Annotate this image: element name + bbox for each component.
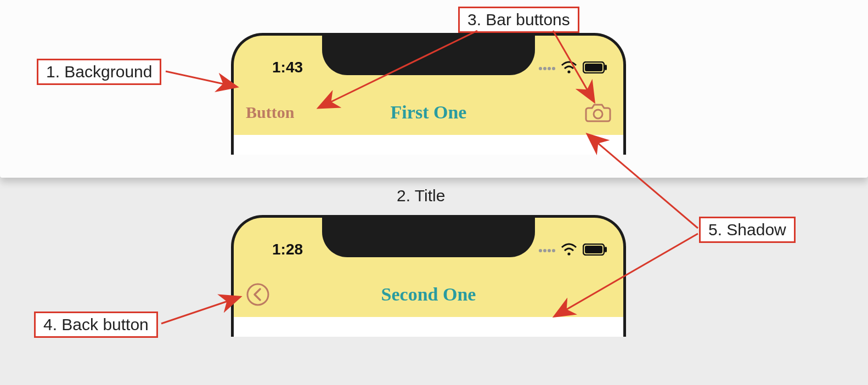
- svg-rect-3: [605, 65, 607, 70]
- wifi-icon: [561, 61, 577, 74]
- svg-rect-2: [585, 64, 602, 71]
- left-bar-button[interactable]: Button: [246, 103, 294, 122]
- signal-dots-icon: [538, 245, 555, 254]
- svg-point-0: [567, 70, 570, 73]
- status-icons: [538, 61, 608, 74]
- signal-dots-icon: [538, 63, 555, 72]
- notch: [322, 218, 535, 257]
- notch: [322, 36, 535, 75]
- svg-point-4: [594, 110, 602, 118]
- svg-line-13: [161, 297, 239, 324]
- callout-background: 1. Background: [37, 59, 161, 85]
- phone-mock-top: 1:43 Button First One: [231, 33, 626, 155]
- callout-title: 2. Title: [397, 186, 445, 205]
- nav-title: First One: [391, 102, 467, 123]
- navigation-bar: Button First One: [234, 96, 623, 129]
- status-time: 1:43: [272, 59, 303, 76]
- status-icons: [538, 243, 608, 256]
- callout-shadow: 5. Shadow: [699, 217, 796, 243]
- wifi-icon: [561, 243, 577, 256]
- callout-back-button: 4. Back button: [34, 312, 158, 338]
- svg-rect-8: [605, 247, 607, 252]
- nav-title: Second One: [381, 284, 476, 305]
- battery-icon: [583, 61, 608, 73]
- back-button-icon[interactable]: [246, 282, 270, 307]
- phone-mock-bottom: 1:28 Second One: [231, 215, 626, 337]
- content-area: [234, 135, 623, 155]
- battery-icon: [583, 244, 608, 256]
- svg-point-5: [567, 252, 570, 255]
- navigation-bar: Second One: [234, 278, 623, 311]
- status-time: 1:28: [272, 241, 303, 258]
- svg-point-9: [247, 284, 268, 305]
- camera-icon[interactable]: [585, 101, 611, 123]
- svg-rect-7: [585, 246, 602, 253]
- callout-bar-buttons: 3. Bar buttons: [458, 7, 579, 33]
- content-area: [234, 317, 623, 337]
